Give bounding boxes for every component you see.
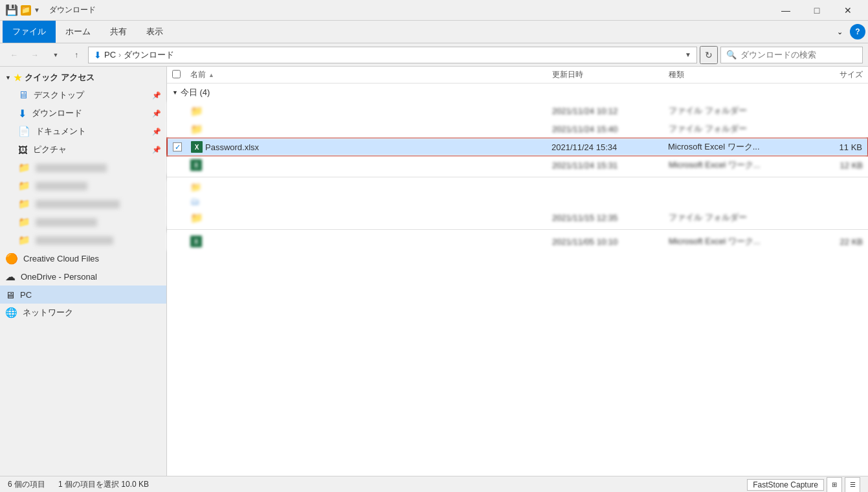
file-size-8: 22 KB (798, 237, 863, 247)
group-label: 今日 (4) (181, 87, 210, 98)
network-icon: 🌐 (5, 307, 17, 319)
sidebar-pc-label: PC (20, 290, 32, 300)
column-headers: 名前 ▲ 更新日時 種類 サイズ (167, 67, 868, 84)
sidebar-blurred-4: 📁 (0, 213, 166, 231)
tab-file[interactable]: ファイル (3, 21, 56, 43)
file-modified-8: 2021/11/05 10:10 (552, 237, 669, 247)
separator-1 (167, 177, 868, 177)
status-bar: 6 個の項目 1 個の項目を選択 10.0 KB FastStone Captu… (0, 476, 868, 492)
file-type-7: ファイル フォルダー (669, 212, 798, 223)
sidebar-network-label: ネットワーク (23, 307, 73, 319)
forward-button[interactable]: → (26, 46, 44, 64)
path-download: ダウンロード (124, 49, 174, 61)
refresh-button[interactable]: ↻ (700, 46, 718, 64)
col-name-header[interactable]: 名前 ▲ (190, 69, 552, 80)
search-box[interactable]: 🔍 (720, 47, 863, 63)
file-modified-2: 2021/11/24 15:40 (552, 124, 669, 134)
sidebar-blurred-1: 📁 (0, 159, 166, 177)
path-pc: PC (104, 50, 116, 60)
file-row-6[interactable]: 🗂 (167, 194, 868, 208)
recent-locations-button[interactable]: ▼ (47, 46, 65, 64)
sidebar-item-creative-cloud[interactable]: 🟠 Creative Cloud Files (0, 249, 166, 267)
minimize-button[interactable]: — (771, 0, 801, 21)
address-bar: ← → ▼ ↑ ⬇ PC › ダウンロード ▼ ↻ 🔍 (0, 43, 868, 67)
group-today[interactable]: ▼ 今日 (4) (167, 84, 868, 102)
file-row-8[interactable]: X 2021/11/05 10:10 Microsoft Excel ワーク..… (167, 232, 868, 251)
quick-access-star-icon: ★ (14, 73, 22, 83)
sidebar-item-download[interactable]: ⬇ ダウンロード 📌 (0, 104, 166, 122)
content-area: 名前 ▲ 更新日時 種類 サイズ ▼ 今日 (4) 📁 2021 (167, 67, 868, 476)
group-chevron-icon: ▼ (172, 89, 178, 96)
view-details-button[interactable]: ⊞ (827, 477, 842, 493)
up-button[interactable]: ↑ (67, 46, 85, 64)
file-row-4[interactable]: X 2021/11/24 15:31 Microsoft Excel ワーク..… (167, 156, 868, 174)
title-bar: 💾 📁 ▼ ダウンロード — □ ✕ (0, 0, 868, 21)
search-input[interactable] (740, 50, 857, 60)
separator-2 (167, 229, 868, 230)
search-icon: 🔍 (726, 50, 737, 60)
address-path[interactable]: ⬇ PC › ダウンロード ▼ (88, 47, 697, 63)
file-row-7[interactable]: 📁 2021/11/15 12:35 ファイル フォルダー (167, 208, 868, 227)
file-type-3: Microsoft Excel ワーク... (668, 141, 797, 153)
pictures-icon: 🖼 (18, 144, 28, 155)
file-check-3[interactable]: ✓ (173, 142, 191, 152)
col-modified-header[interactable]: 更新日時 (552, 69, 669, 80)
file-row-2[interactable]: 📁 2021/11/24 15:40 ファイル フォルダー (167, 120, 868, 138)
sidebar-desktop-label: デスクトップ (34, 89, 84, 101)
path-download-icon: ⬇ (94, 50, 102, 60)
tab-home[interactable]: ホーム (56, 21, 100, 43)
back-button[interactable]: ← (5, 46, 23, 64)
tab-view[interactable]: 表示 (137, 21, 173, 43)
select-all-checkbox[interactable] (172, 70, 181, 78)
excel-icon-8: X (190, 236, 202, 247)
sidebar-documents-label: ドキュメント (36, 126, 86, 137)
address-dropdown-icon[interactable]: ▼ (685, 51, 691, 58)
folder-icon-1: 📁 (190, 105, 203, 117)
file-size-4: 12 KB (798, 161, 863, 170)
ribbon-collapse-icon[interactable]: ⌄ (832, 24, 847, 39)
sidebar-blurred-3: 📁 (0, 195, 166, 213)
item-count: 6 個の項目 (8, 479, 45, 490)
blurred-label-3 (36, 200, 120, 208)
sidebar-blurred-5: 📁 (0, 231, 166, 249)
file-type-2: ファイル フォルダー (669, 123, 798, 135)
sidebar-item-desktop[interactable]: 🖥 デスクトップ 📌 (0, 86, 166, 104)
blurred-label-1 (36, 164, 107, 172)
folder-icon-2: 📁 (190, 123, 203, 135)
sidebar-pictures-label: ピクチャ (33, 144, 67, 155)
quick-save-icon[interactable]: 💾 (5, 4, 18, 16)
close-button[interactable]: ✕ (833, 0, 863, 21)
maximize-button[interactable]: □ (802, 0, 832, 21)
quick-access-label: クイック アクセス (25, 72, 95, 84)
col-type-header[interactable]: 種類 (669, 69, 798, 80)
file-type-4: Microsoft Excel ワーク... (669, 159, 798, 171)
help-icon[interactable]: ? (850, 24, 865, 39)
pin-icon-download: 📌 (152, 109, 161, 118)
col-size-header[interactable]: サイズ (798, 69, 863, 80)
checked-checkbox[interactable]: ✓ (173, 142, 182, 151)
sidebar-quick-access[interactable]: ▼ ★ クイック アクセス (0, 69, 166, 86)
sidebar-item-pc[interactable]: 🖥 PC (0, 285, 166, 304)
file-type-1: ファイル フォルダー (669, 105, 798, 117)
onedrive-icon: ☁ (5, 271, 16, 283)
blurred-label-5 (36, 236, 113, 245)
folder-icon-6: 🗂 (190, 196, 199, 207)
file-row-password[interactable]: ✓ X Password.xlsx 2021/11/24 15:34 Micro… (167, 138, 868, 156)
file-name-password: Password.xlsx (205, 142, 551, 152)
blurred-folder-icon-2: 📁 (18, 180, 30, 192)
excel-icon-4: X (190, 159, 202, 171)
sidebar-item-onedrive[interactable]: ☁ OneDrive - Personal (0, 267, 166, 285)
pin-icon-pictures: 📌 (152, 146, 161, 154)
blurred-folder-icon-5: 📁 (18, 234, 30, 246)
file-row-5[interactable]: 📁 (167, 180, 868, 194)
sidebar-onedrive-label: OneDrive - Personal (21, 272, 97, 282)
sidebar-blurred-2: 📁 (0, 177, 166, 195)
sidebar-item-pictures[interactable]: 🖼 ピクチャ 📌 (0, 140, 166, 159)
tab-share[interactable]: 共有 (100, 21, 137, 43)
title-bar-arrow: ▼ (34, 6, 40, 14)
file-row-1[interactable]: 📁 2021/11/24 10:12 ファイル フォルダー (167, 102, 868, 120)
sidebar-item-network[interactable]: 🌐 ネットワーク (0, 304, 166, 322)
view-list-button[interactable]: ☰ (845, 477, 860, 493)
blurred-folder-icon-4: 📁 (18, 216, 30, 228)
sidebar-item-documents[interactable]: 📄 ドキュメント 📌 (0, 122, 166, 140)
